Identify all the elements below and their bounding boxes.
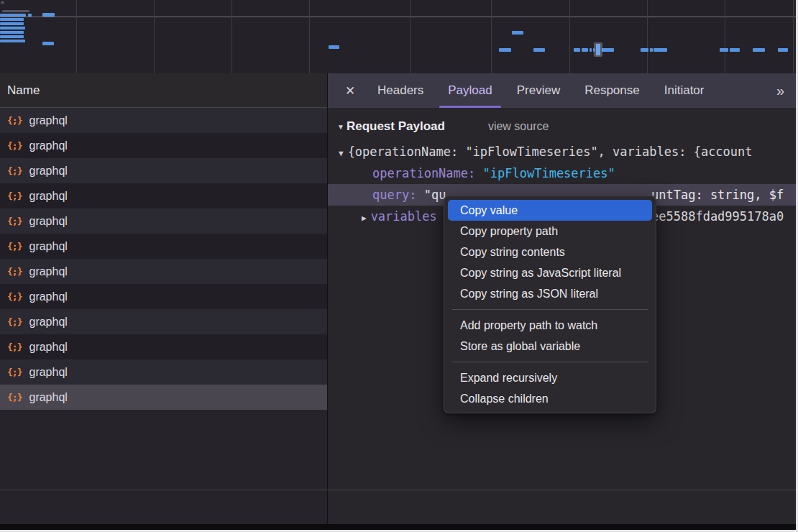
request-name: graphql	[29, 391, 67, 404]
root-object-preview: {operationName: "ipFlowTimeseries", vari…	[348, 145, 753, 159]
tab-payload[interactable]: Payload	[438, 73, 502, 108]
json-fetch-icon: {;}	[7, 191, 22, 201]
network-request-row[interactable]: {;}graphql	[0, 309, 327, 334]
request-name: graphql	[29, 341, 67, 354]
network-request-row[interactable]: {;}graphql	[0, 284, 327, 309]
tab-response[interactable]: Response	[574, 73, 650, 108]
expanded-triangle-icon[interactable]: ▼	[337, 123, 344, 131]
menu-separator	[452, 362, 648, 362]
timeline-request-bar	[653, 48, 667, 52]
timeline-gridline	[725, 0, 725, 73]
property-value: "ipFlowTimeseries"	[483, 166, 615, 180]
timeline-request-bar	[602, 48, 614, 52]
json-fetch-icon: {;}	[7, 266, 22, 277]
menu-item-store-as-global-variable[interactable]: Store as global variable	[448, 336, 652, 357]
json-fetch-icon: {;}	[7, 115, 22, 126]
timeline-selection-bar	[596, 44, 600, 55]
timeline-request-bar	[42, 13, 55, 17]
timeline-request-bar	[499, 48, 511, 52]
timeline-gridline	[231, 0, 232, 73]
window-bottom-bar	[0, 524, 796, 530]
tab-headers[interactable]: Headers	[367, 73, 434, 108]
network-request-row[interactable]: {;}graphql	[0, 334, 327, 359]
timeline-request-bar	[0, 22, 24, 25]
network-request-row[interactable]: {;}graphql	[0, 208, 327, 234]
property-key: variables	[371, 209, 437, 224]
property-key: query:	[372, 188, 424, 202]
timeline-request-bar	[28, 14, 32, 17]
timeline-request-bar	[720, 48, 728, 52]
json-fetch-icon: {;}	[7, 165, 22, 176]
request-list: {;}graphql{;}graphql{;}graphql{;}graphql…	[0, 108, 327, 410]
timeline-request-bar	[0, 27, 25, 29]
timeline-request-bar	[0, 18, 24, 21]
json-fetch-icon: {;}	[7, 392, 22, 403]
requests-panel: Name {;}graphql{;}graphql{;}graphql{;}gr…	[0, 73, 328, 524]
request-name: graphql	[29, 366, 67, 379]
timeline-request-bar	[1, 1, 4, 4]
menu-item-copy-string-as-json-literal[interactable]: Copy string as JSON literal	[448, 283, 652, 304]
network-request-row[interactable]: {;}graphql	[0, 133, 327, 158]
expanded-triangle-icon[interactable]: ▼	[339, 143, 344, 165]
request-name: graphql	[29, 114, 67, 127]
collapsed-triangle-icon[interactable]: ▶	[362, 208, 367, 229]
menu-item-copy-string-contents[interactable]: Copy string contents	[448, 242, 652, 262]
menu-item-expand-recursively[interactable]: Expand recursively	[448, 367, 652, 388]
timeline-lane-divider	[0, 17, 796, 17]
request-name: graphql	[29, 165, 67, 178]
json-fetch-icon: {;}	[7, 316, 22, 327]
timeline-gridline	[491, 0, 492, 73]
network-request-row[interactable]: {;}graphql	[0, 359, 327, 385]
property-key: operationName:	[372, 166, 483, 180]
timeline-request-bar	[2, 10, 29, 12]
menu-item-add-property-path-to-watch[interactable]: Add property path to watch	[448, 315, 652, 336]
timeline-request-bar	[512, 31, 523, 35]
close-icon[interactable]: ✕	[335, 73, 365, 108]
network-request-row[interactable]: {;}graphql	[0, 385, 327, 410]
network-request-row[interactable]: {;}graphql	[0, 259, 327, 284]
request-name: graphql	[29, 290, 67, 303]
request-name: graphql	[29, 240, 67, 253]
tab-initiator[interactable]: Initiator	[654, 73, 715, 108]
menu-item-copy-property-path[interactable]: Copy property path	[448, 221, 652, 242]
menu-item-copy-value[interactable]: Copy value	[448, 200, 652, 221]
timeline-request-bar	[533, 48, 545, 52]
menu-separator	[452, 309, 648, 310]
timeline-gridline	[793, 0, 794, 73]
name-column-label: Name	[7, 83, 40, 98]
json-fetch-icon: {;}	[7, 216, 22, 226]
context-menu: Copy valueCopy property pathCopy string …	[444, 196, 656, 413]
network-request-row[interactable]: {;}graphql	[0, 183, 327, 208]
property-value-right: untTag: string, $f	[651, 184, 784, 206]
timeline-request-bar	[730, 48, 740, 52]
network-request-row[interactable]: {;}graphql	[0, 108, 327, 133]
tree-row-root[interactable]: ▼{operationName: "ipFlowTimeseries", var…	[328, 141, 796, 162]
json-fetch-icon: {;}	[7, 140, 22, 151]
request-name: graphql	[29, 316, 67, 329]
json-fetch-icon: {;}	[7, 291, 22, 302]
json-fetch-icon: {;}	[7, 367, 22, 377]
more-tabs-icon[interactable]: »	[776, 73, 784, 108]
tab-preview[interactable]: Preview	[507, 73, 570, 108]
view-source-link[interactable]: view source	[488, 120, 549, 133]
timeline-request-bar	[0, 40, 25, 42]
timeline-request-bar	[641, 48, 648, 52]
timeline-request-bar	[0, 35, 24, 38]
timeline-request-bar	[582, 48, 588, 52]
json-fetch-icon: {;}	[7, 241, 22, 252]
timeline-gridline	[76, 0, 77, 73]
timeline-gridline	[410, 0, 411, 73]
name-column-header[interactable]: Name	[0, 73, 327, 108]
request-name: graphql	[29, 139, 67, 152]
menu-item-copy-string-as-javascript-literal[interactable]: Copy string as JavaScript literal	[448, 262, 652, 283]
footer-divider	[0, 490, 796, 490]
network-request-row[interactable]: {;}graphql	[0, 234, 327, 259]
network-request-row[interactable]: {;}graphql	[0, 158, 327, 183]
property-preview-right: ee5588fdad995178a0	[651, 206, 784, 227]
timeline-gridline	[309, 0, 310, 73]
timeline-request-bar	[42, 42, 54, 45]
timeline-overview[interactable]	[0, 0, 796, 74]
tree-row-operation-name[interactable]: operationName: "ipFlowTimeseries"	[328, 162, 796, 184]
request-payload-section: ▼ Request Payload view source	[328, 108, 796, 137]
menu-item-collapse-children[interactable]: Collapse children	[448, 388, 652, 409]
